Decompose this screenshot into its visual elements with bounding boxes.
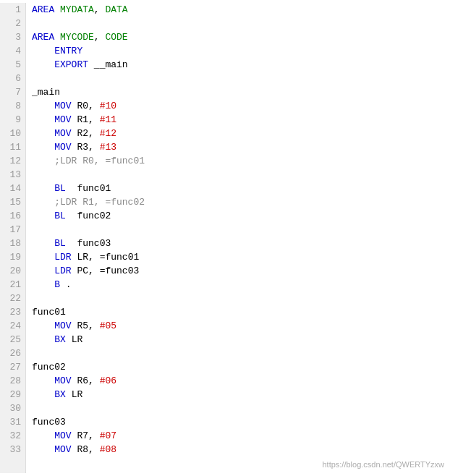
line-number: 27 xyxy=(3,360,21,374)
line-number: 24 xyxy=(3,319,21,333)
line-number: 5 xyxy=(3,58,21,72)
code-line: _main xyxy=(32,85,444,99)
line-number: 12 xyxy=(3,154,21,168)
code-line xyxy=(32,223,444,237)
line-number: 15 xyxy=(3,195,21,209)
code-line: MOV R1, #11 xyxy=(32,113,444,127)
code-line: LDR LR, =func01 xyxy=(32,250,444,264)
line-number: 28 xyxy=(3,374,21,388)
code-line: BL func01 xyxy=(32,182,444,195)
code-area: AREA MYDATA, DATA AREA MYCODE, CODE ENTR… xyxy=(26,3,450,473)
line-number: 11 xyxy=(3,140,21,154)
code-line: AREA MYCODE, CODE xyxy=(32,30,444,44)
line-numbers: 1234567891011121314151617181920212223242… xyxy=(0,3,26,473)
code-line: B . xyxy=(32,278,444,292)
line-number: 21 xyxy=(3,278,21,292)
code-line: MOV R3, #13 xyxy=(32,140,444,154)
code-line: MOV R6, #06 xyxy=(32,374,444,388)
code-line: MOV R7, #07 xyxy=(32,429,444,443)
code-line: MOV R0, #10 xyxy=(32,99,444,113)
code-line: MOV R8, #08 xyxy=(32,443,444,456)
code-line: EXPORT __main xyxy=(32,58,444,72)
line-number: 29 xyxy=(3,388,21,401)
code-line: ;LDR R1, =func02 xyxy=(32,195,444,209)
line-number: 16 xyxy=(3,209,21,223)
line-number: 1 xyxy=(3,3,21,17)
line-number: 18 xyxy=(3,237,21,250)
code-line: AREA MYDATA, DATA xyxy=(32,3,444,17)
line-number: 23 xyxy=(3,305,21,319)
code-line: BL func03 xyxy=(32,237,444,250)
line-number: 26 xyxy=(3,347,21,360)
code-line: LDR PC, =func03 xyxy=(32,264,444,278)
code-line xyxy=(32,17,444,30)
line-number: 30 xyxy=(3,401,21,415)
code-line: BL func02 xyxy=(32,209,444,223)
line-number: 17 xyxy=(3,223,21,237)
line-number: 4 xyxy=(3,44,21,58)
line-number: 13 xyxy=(3,168,21,182)
line-number: 31 xyxy=(3,415,21,429)
code-line: BX LR xyxy=(32,388,444,401)
line-number: 20 xyxy=(3,264,21,278)
line-number: 7 xyxy=(3,85,21,99)
line-number: 22 xyxy=(3,292,21,305)
line-number: 3 xyxy=(3,30,21,44)
line-number: 19 xyxy=(3,250,21,264)
line-number: 2 xyxy=(3,17,21,30)
code-line xyxy=(32,347,444,360)
code-line: ENTRY xyxy=(32,44,444,58)
watermark: https://blog.csdn.net/QWERTYzxw xyxy=(322,460,444,469)
code-line: func02 xyxy=(32,360,444,374)
code-line: func01 xyxy=(32,305,444,319)
line-number: 9 xyxy=(3,113,21,127)
line-number: 25 xyxy=(3,333,21,347)
line-number: 8 xyxy=(3,99,21,113)
code-line: BX LR xyxy=(32,333,444,347)
code-line xyxy=(32,168,444,182)
code-line: func03 xyxy=(32,415,444,429)
line-number: 33 xyxy=(3,443,21,456)
code-line: MOV R2, #12 xyxy=(32,127,444,140)
line-number: 10 xyxy=(3,127,21,140)
code-line: ;LDR R0, =func01 xyxy=(32,154,444,168)
line-number: 6 xyxy=(3,72,21,85)
code-line: MOV R5, #05 xyxy=(32,319,444,333)
code-line xyxy=(32,292,444,305)
code-line xyxy=(32,72,444,85)
line-number: 14 xyxy=(3,182,21,195)
line-number: 32 xyxy=(3,429,21,443)
code-line xyxy=(32,401,444,415)
code-editor: 1234567891011121314151617181920212223242… xyxy=(0,0,450,476)
